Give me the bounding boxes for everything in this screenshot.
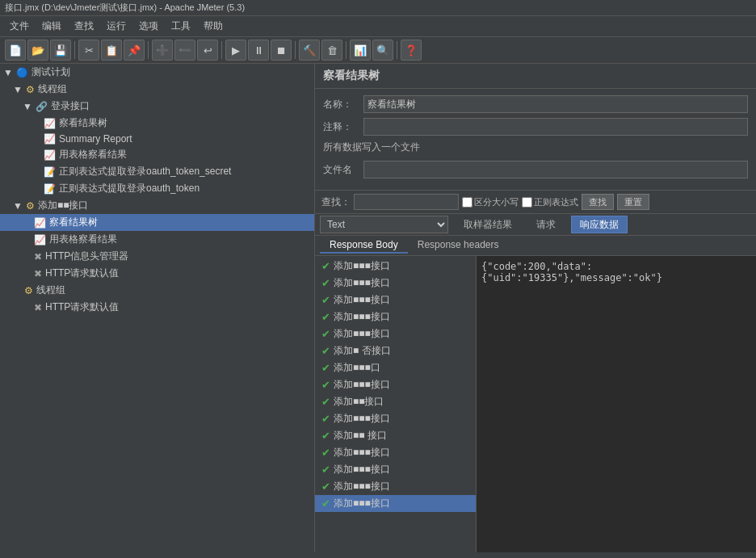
sample-item-11[interactable]: ✔添加■■■接口	[315, 444, 476, 461]
sample-item-14[interactable]: ✔添加■■■接口	[315, 495, 476, 512]
sample-label-12: 添加■■■接口	[334, 463, 390, 476]
toolbar-btn-9[interactable]: ➖	[174, 40, 195, 61]
toolbar-btn-17[interactable]: 🗑	[321, 40, 342, 61]
sample-item-7[interactable]: ✔添加■■■接口	[315, 376, 476, 393]
menu-item-查找[interactable]: 查找	[68, 18, 100, 35]
tree-item-9[interactable]: 📈察看结果树	[0, 214, 314, 231]
tree-item-11[interactable]: ✖HTTP信息头管理器	[0, 248, 314, 265]
toolbar-btn-6[interactable]: 📌	[124, 40, 145, 61]
tree-item-5[interactable]: 📈用表格察看结果	[0, 146, 314, 163]
tree-label-0: 测试计划	[32, 65, 70, 79]
tree-icon-14: ✖	[34, 302, 42, 313]
tree-item-13[interactable]: ⚙线程组	[0, 282, 314, 299]
tree-label-5: 用表格察看结果	[59, 148, 127, 162]
name-label: 名称：	[323, 98, 363, 111]
tree-item-2[interactable]: ▼🔗登录接口	[0, 98, 314, 115]
tree-icon-12: ✖	[34, 268, 42, 279]
toolbar-btn-5[interactable]: 📋	[101, 40, 122, 61]
format-select[interactable]: TextHTMLJSONXMLRegexp TesterCSS/JQuery T…	[320, 216, 448, 233]
toolbar-separator-3	[74, 41, 75, 59]
toolbar-btn-0[interactable]: 📄	[5, 40, 26, 61]
toolbar-btn-20[interactable]: 🔍	[372, 40, 393, 61]
search-bar: 查找： 区分大小写 正则表达式 查找 重置	[315, 191, 756, 214]
toolbar-btn-2[interactable]: 💾	[50, 40, 71, 61]
toolbar-btn-19[interactable]: 📊	[350, 40, 371, 61]
tree-item-1[interactable]: ▼⚙线程组	[0, 81, 314, 98]
sample-label-9: 添加■■■接口	[334, 412, 390, 426]
find-button[interactable]: 查找	[582, 194, 614, 210]
toolbar-btn-12[interactable]: ▶	[225, 40, 246, 61]
search-input[interactable]	[354, 194, 459, 210]
sample-item-10[interactable]: ✔添加■■ 接口	[315, 427, 476, 444]
sample-label-14: 添加■■■接口	[334, 497, 390, 510]
tree-item-12[interactable]: ✖HTTP请求默认值	[0, 265, 314, 282]
sample-item-4[interactable]: ✔添加■■■接口	[315, 325, 476, 342]
toolbar-separator-21	[397, 41, 397, 59]
toolbar-btn-22[interactable]: ❓	[401, 40, 422, 61]
tree-item-8[interactable]: ▼⚙添加■■接口	[0, 197, 314, 214]
menu-item-运行[interactable]: 运行	[100, 18, 132, 35]
tab-request[interactable]: 请求	[527, 216, 565, 233]
comment-input[interactable]	[363, 118, 748, 136]
tree-icon-13: ⚙	[24, 285, 33, 296]
toolbar-btn-16[interactable]: 🔨	[299, 40, 320, 61]
reset-button[interactable]: 重置	[617, 194, 649, 210]
toolbar-btn-10[interactable]: ↩	[197, 40, 218, 61]
sample-label-4: 添加■■■接口	[334, 327, 390, 341]
sample-item-12[interactable]: ✔添加■■■接口	[315, 461, 476, 478]
tree-item-6[interactable]: 📝正则表达式提取登录oauth_token_secret	[0, 163, 314, 180]
menu-item-选项[interactable]: 选项	[132, 18, 165, 35]
sample-item-13[interactable]: ✔添加■■■接口	[315, 478, 476, 495]
tree-item-14[interactable]: ✖HTTP请求默认值	[0, 299, 314, 316]
toolbar-btn-13[interactable]: ⏸	[248, 40, 269, 61]
sub-tabs-row: Response Body Response headers	[315, 236, 756, 256]
filename-input[interactable]	[363, 161, 748, 178]
sample-item-3[interactable]: ✔添加■■■接口	[315, 308, 476, 325]
sample-list: ✔添加■■■接口✔添加■■■接口✔添加■■■接口✔添加■■■接口✔添加■■■接口…	[315, 256, 476, 552]
sub-tab-response-headers[interactable]: Response headers	[408, 237, 509, 254]
tree-item-3[interactable]: 📈察看结果树	[0, 115, 314, 132]
sample-item-2[interactable]: ✔添加■■■接口	[315, 292, 476, 308]
sub-tab-response-body[interactable]: Response Body	[320, 237, 408, 254]
tab-sampler-results[interactable]: 取样器结果	[455, 216, 521, 233]
tree-label-1: 线程组	[38, 82, 67, 96]
tab-response-data[interactable]: 响应数据	[571, 216, 628, 233]
sample-item-0[interactable]: ✔添加■■■接口	[315, 258, 476, 275]
tree-item-4[interactable]: 📈Summary Report	[0, 132, 314, 146]
menu-item-工具[interactable]: 工具	[165, 18, 197, 35]
toolbar-btn-8[interactable]: ➕	[152, 40, 173, 61]
tree-icon-1: ⚙	[26, 84, 35, 95]
sample-item-1[interactable]: ✔添加■■■接口	[315, 275, 476, 292]
toolbar-btn-1[interactable]: 📂	[27, 40, 48, 61]
sample-item-6[interactable]: ✔添加■■■口	[315, 359, 476, 376]
sample-item-5[interactable]: ✔添加■ 否接口	[315, 342, 476, 359]
sample-check-8: ✔	[321, 396, 330, 408]
sample-check-9: ✔	[321, 413, 330, 425]
tree-icon-0: 🔵	[16, 67, 28, 78]
tree-icon-9: 📈	[34, 217, 46, 229]
sample-check-5: ✔	[321, 345, 330, 357]
sample-item-9[interactable]: ✔添加■■■接口	[315, 410, 476, 427]
menu-item-文件[interactable]: 文件	[3, 18, 36, 35]
sample-check-2: ✔	[321, 294, 330, 306]
tree-label-11: HTTP信息头管理器	[45, 250, 128, 263]
tree-label-4: Summary Report	[59, 133, 132, 145]
regex-checkbox[interactable]	[522, 197, 532, 208]
menu-item-编辑[interactable]: 编辑	[36, 18, 68, 35]
menu-item-帮助[interactable]: 帮助	[197, 18, 229, 35]
search-label: 查找：	[321, 195, 351, 209]
tree-label-2: 登录接口	[51, 99, 90, 113]
toolbar-btn-14[interactable]: ⏹	[271, 40, 292, 61]
sample-label-7: 添加■■■接口	[334, 378, 390, 392]
toolbar-btn-4[interactable]: ✂	[78, 40, 99, 61]
tree-item-10[interactable]: 📈用表格察看结果	[0, 231, 314, 248]
sample-item-8[interactable]: ✔添加■■接口	[315, 393, 476, 410]
sample-label-1: 添加■■■接口	[334, 276, 390, 290]
case-sensitive-checkbox[interactable]	[462, 197, 472, 208]
tree-item-0[interactable]: ▼🔵测试计划	[0, 64, 314, 81]
tree-item-7[interactable]: 📝正则表达式提取登录oauth_token	[0, 180, 314, 197]
toolbar-separator-15	[295, 41, 296, 59]
sample-check-4: ✔	[321, 328, 330, 340]
name-input[interactable]	[363, 95, 748, 113]
tree-label-7: 正则表达式提取登录oauth_token	[59, 182, 200, 195]
